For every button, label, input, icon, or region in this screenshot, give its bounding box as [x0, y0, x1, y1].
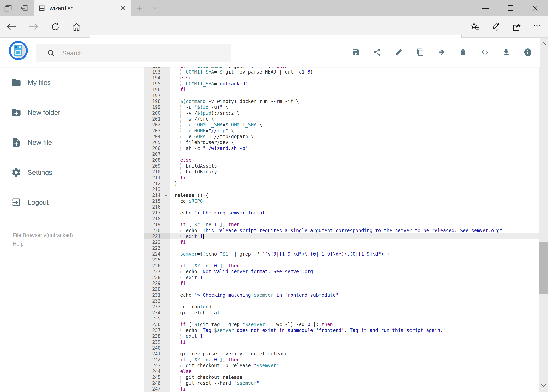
rename-button[interactable]	[395, 48, 403, 56]
sidebar-item-new-folder[interactable]: New folder	[0, 103, 135, 122]
code-line-242[interactable]: 242 if [ $? -ne 0 ]; then	[144, 357, 539, 363]
code-line-214[interactable]: 214release () {	[144, 192, 539, 198]
home-icon[interactable]	[72, 22, 81, 31]
code-line-216[interactable]: 216	[144, 204, 539, 210]
share-button[interactable]	[373, 48, 382, 56]
code-line-196[interactable]: 196 fi	[144, 87, 539, 93]
code-line-228[interactable]: 228 exit 1	[144, 275, 539, 280]
code-line-239[interactable]: 239 fi	[144, 339, 539, 345]
maximize-button[interactable]	[498, 0, 523, 16]
scroll-down-arrow-icon[interactable]	[539, 380, 548, 391]
code-line-220[interactable]: 220 echo "This release script requires a…	[144, 228, 539, 233]
code-line-209[interactable]: 209 buildAssets	[144, 163, 539, 169]
favorites-hub-icon[interactable]	[471, 22, 480, 32]
sidebar-item-label: Settings	[28, 168, 52, 176]
copy-button[interactable]	[416, 48, 424, 56]
code-line-208[interactable]: 208 else	[144, 157, 539, 163]
code-line-213[interactable]: 213	[144, 187, 539, 192]
tab-close-icon[interactable]: ✕	[120, 4, 126, 12]
code-line-203[interactable]: 203 -e HOME="//tmp" \	[144, 128, 539, 134]
code-line-198[interactable]: 198 $(command -v winpty) docker run --rm…	[144, 98, 539, 104]
sidebar-item-settings[interactable]: Settings	[0, 163, 135, 182]
code-line-233[interactable]: 233 cd frontend	[144, 304, 539, 310]
code-line-218[interactable]: 218	[144, 216, 539, 222]
file-browser-logo-icon[interactable]	[9, 41, 28, 60]
code-line-229[interactable]: 229 fi	[144, 280, 539, 286]
help-link[interactable]: Help	[13, 239, 24, 248]
sidebar-item-label: New file	[28, 139, 52, 146]
line-number: 243	[144, 363, 170, 369]
code-line-210[interactable]: 210 buildBinary	[144, 169, 539, 175]
code-line-223[interactable]: 223	[144, 245, 539, 251]
tab-list-chevron-icon[interactable]	[147, 0, 162, 16]
code-line-212[interactable]: 212}	[144, 181, 539, 187]
code-line-226[interactable]: 226 if [ $? -ne 0 ]; then	[144, 263, 539, 269]
code-line-225[interactable]: 225	[144, 257, 539, 263]
code-line-202[interactable]: 202 -e COMMIT_SHA=$COMMIT_SHA \	[144, 122, 539, 128]
code-line-222[interactable]: 222 fi	[144, 239, 539, 245]
code-line-217[interactable]: 217 echo "> Checking semver format"	[144, 210, 539, 216]
code-line-207[interactable]: 207	[144, 151, 539, 157]
code-line-241[interactable]: 241 git rev-parse --verify --quiet relea…	[144, 351, 539, 357]
back-icon[interactable]	[6, 22, 16, 31]
code-line-205[interactable]: 205 filebrowser/dev \	[144, 140, 539, 145]
share-icon[interactable]	[512, 22, 521, 32]
search-input[interactable]: Search...	[36, 44, 231, 62]
code-line-240[interactable]: 240	[144, 345, 539, 351]
new-tab-button[interactable]	[132, 0, 147, 16]
code-line-236[interactable]: 236 if [ $(git tag | grep "$semver" | wc…	[144, 322, 539, 327]
code-line-227[interactable]: 227 echo "Not valid semver format. See s…	[144, 269, 539, 275]
code-line-246[interactable]: 246 git reset --hard "$semver"	[144, 380, 539, 386]
browser-tab[interactable]: wizard.sh ✕	[34, 0, 131, 16]
code-line-197[interactable]: 197	[144, 93, 539, 98]
code-line-224[interactable]: 224 semver=$(echo "$1" | grep -P '^v(0|[…	[144, 251, 539, 257]
code-line-194[interactable]: 194 else	[144, 75, 539, 81]
code-editor[interactable]: 192 if [ "$(command -v git)" != "" ]; th…	[144, 67, 539, 392]
code-line-199[interactable]: 199 -u "$(id -u)" \	[144, 104, 539, 110]
download-button[interactable]	[502, 48, 511, 56]
code-line-192[interactable]: 192 if [ "$(command -v git)" != "" ]; th…	[144, 67, 539, 69]
scrollbar-thumb[interactable]	[539, 242, 548, 294]
scroll-up-arrow-icon[interactable]	[539, 38, 548, 49]
move-button[interactable]	[437, 48, 446, 56]
line-number: 222	[144, 239, 170, 245]
forward-icon[interactable]	[28, 22, 39, 31]
code-line-237[interactable]: 237 echo "Tag $semver does not exist in …	[144, 327, 539, 333]
code-line-201[interactable]: 201 -w //src \	[144, 116, 539, 122]
sidebar-item-new-file[interactable]: New file	[0, 133, 135, 152]
sidebar-item-logout[interactable]: Logout	[0, 193, 135, 212]
code-line-230[interactable]: 230	[144, 286, 539, 292]
code-line-193[interactable]: 193 COMMIT_SHA="$(git rev-parse HEAD | c…	[144, 69, 539, 75]
sidebar-item-my-files[interactable]: My files	[0, 73, 135, 92]
save-button[interactable]	[351, 48, 360, 56]
code-line-247[interactable]: 247 fi	[144, 386, 539, 392]
code-line-245[interactable]: 245 git checkout release	[144, 374, 539, 380]
code-line-206[interactable]: 206 sh -c "./wizard.sh -b"	[144, 145, 539, 151]
info-button[interactable]	[524, 48, 532, 56]
code-line-200[interactable]: 200 -v /$(pwd):/src:z \	[144, 110, 539, 116]
code-line-243[interactable]: 243 git checkout -b release "$semver"	[144, 363, 539, 369]
code-line-232[interactable]: 232	[144, 298, 539, 304]
tab-preview-icon[interactable]	[4, 4, 13, 13]
settings-ellipsis-icon[interactable]: ⋯	[533, 23, 542, 30]
minimize-button[interactable]	[473, 0, 498, 16]
code-line-244[interactable]: 244 else	[144, 369, 539, 374]
code-line-231[interactable]: 231 echo "> Checking matching $semver in…	[144, 292, 539, 298]
line-number: 244	[144, 369, 170, 374]
close-button[interactable]	[523, 0, 548, 16]
page-scrollbar[interactable]	[539, 38, 548, 392]
code-line-215[interactable]: 215 cd $REPO	[144, 198, 539, 204]
web-notes-pen-icon[interactable]	[491, 22, 501, 32]
set-tabs-aside-icon[interactable]	[20, 4, 28, 13]
code-line-211[interactable]: 211 fi	[144, 175, 539, 181]
code-line-219[interactable]: 219 if [ $# -ne 1 ]; then	[144, 222, 539, 228]
code-line-195[interactable]: 195 COMMIT_SHA="untracked"	[144, 81, 539, 87]
code-line-238[interactable]: 238 exit 1	[144, 333, 539, 339]
code-view-button[interactable]	[480, 48, 489, 56]
code-line-204[interactable]: 204 -e GOPATH=//tmp/gopath \	[144, 134, 539, 140]
code-line-221[interactable]: 221 exit 1	[144, 233, 539, 239]
code-line-234[interactable]: 234 git fetch --all	[144, 310, 539, 316]
code-line-235[interactable]: 235	[144, 316, 539, 322]
refresh-icon[interactable]	[51, 22, 60, 31]
delete-button[interactable]	[459, 48, 468, 56]
